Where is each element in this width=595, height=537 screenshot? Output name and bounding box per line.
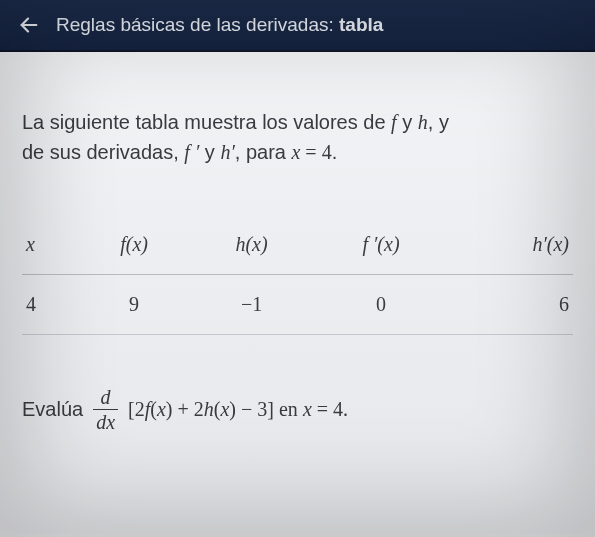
- col-hx: h(x): [190, 215, 313, 275]
- at-op: =: [312, 398, 333, 420]
- cell-hx: −1: [190, 275, 313, 335]
- at-text: en: [274, 398, 303, 420]
- table-header-row: x f(x) h(x) f ′(x) h′(x): [22, 215, 573, 275]
- text: , para: [235, 141, 292, 163]
- top-bar: Reglas básicas de las derivadas: tabla: [0, 0, 595, 52]
- text: La siguiente tabla muestra los valores d…: [22, 111, 391, 133]
- at-val: 4: [333, 398, 343, 420]
- col-fpx: f ′(x): [313, 215, 449, 275]
- text: de sus derivadas,: [22, 141, 184, 163]
- text: .: [332, 141, 338, 163]
- at-var: x: [303, 398, 312, 420]
- frac-den: dx: [93, 409, 118, 432]
- col-hpx: h′(x): [449, 215, 573, 275]
- cell-fx: 9: [78, 275, 190, 335]
- text: y: [199, 141, 220, 163]
- col-x: x: [22, 215, 78, 275]
- values-table: x f(x) h(x) f ′(x) h′(x) 4 9 −1 0 6: [22, 215, 573, 335]
- back-arrow-icon[interactable]: [18, 14, 40, 36]
- text: , y: [428, 111, 449, 133]
- frac-num: d: [98, 387, 114, 409]
- text: y: [397, 111, 418, 133]
- cell-x: 4: [22, 275, 78, 335]
- equals: =: [300, 141, 321, 163]
- content-area: La siguiente tabla muestra los valores d…: [0, 52, 595, 533]
- cell-hpx: 6: [449, 275, 573, 335]
- var-h: h: [418, 111, 428, 133]
- col-fx: f(x): [78, 215, 190, 275]
- cell-fpx: 0: [313, 275, 449, 335]
- period: .: [343, 398, 348, 420]
- expression: [2f(x) + 2h(x) − 3] en x = 4.: [128, 398, 348, 421]
- evaluate-label: Evalúa: [22, 398, 83, 421]
- var-fprime: f ′: [184, 141, 199, 163]
- evaluate-expression: Evalúa d dx [2f(x) + 2h(x) − 3] en x = 4…: [22, 387, 573, 432]
- problem-statement: La siguiente tabla muestra los valores d…: [22, 107, 573, 167]
- derivative-operator: d dx: [93, 387, 118, 432]
- bracket-open: [: [128, 398, 135, 420]
- title-bold: tabla: [339, 14, 383, 35]
- title-prefix: Reglas básicas de las derivadas:: [56, 14, 339, 35]
- value-4: 4: [322, 141, 332, 163]
- var-hprime: h′: [220, 141, 234, 163]
- table-row: 4 9 −1 0 6: [22, 275, 573, 335]
- bracket-close: ]: [267, 398, 274, 420]
- page-title: Reglas básicas de las derivadas: tabla: [56, 14, 383, 36]
